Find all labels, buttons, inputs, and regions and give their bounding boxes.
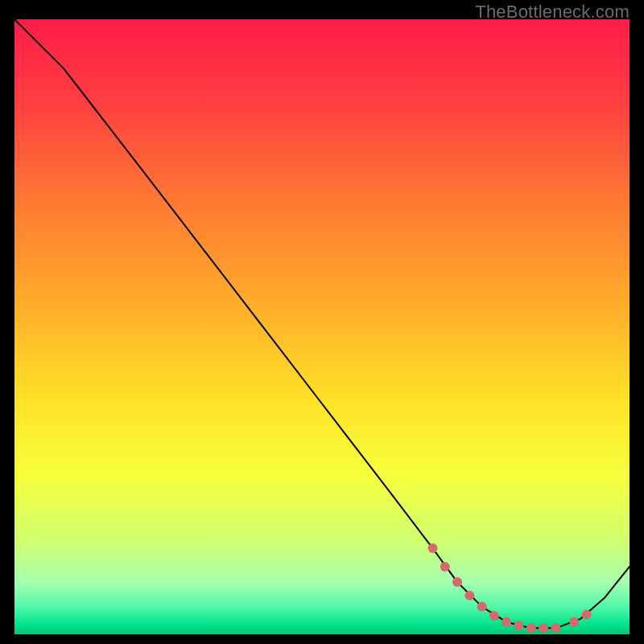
bottleneck-chart bbox=[14, 19, 630, 634]
marker-dot bbox=[477, 602, 487, 612]
marker-dot bbox=[502, 617, 511, 627]
marker-dot bbox=[569, 617, 579, 627]
plot-background bbox=[14, 19, 630, 634]
marker-dot bbox=[428, 543, 438, 553]
marker-dot bbox=[464, 591, 474, 601]
marker-dot bbox=[539, 623, 548, 633]
marker-dot bbox=[489, 611, 499, 621]
marker-dot bbox=[582, 610, 592, 620]
marker-dot bbox=[526, 623, 536, 633]
marker-dot bbox=[551, 623, 560, 633]
marker-dot bbox=[440, 562, 450, 572]
chart-stage: TheBottleneck.com bbox=[0, 0, 644, 644]
marker-dot bbox=[514, 621, 523, 630]
marker-dot bbox=[452, 577, 462, 587]
attribution-text: TheBottleneck.com bbox=[475, 2, 630, 23]
